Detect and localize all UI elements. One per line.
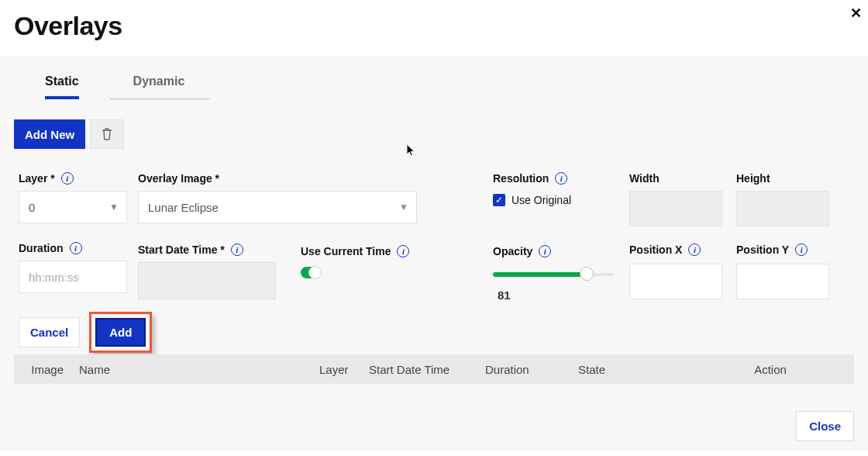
opacity-label: Opacity i	[493, 245, 625, 257]
th-image: Image	[14, 363, 71, 376]
start-date-time-input	[138, 262, 276, 299]
th-layer: Layer	[312, 363, 361, 376]
position-y-label: Position Y i	[736, 244, 829, 256]
use-current-time-toggle[interactable]	[301, 267, 321, 278]
field-width: Width	[629, 172, 722, 226]
position-x-label: Position X i	[629, 244, 722, 256]
info-icon[interactable]: i	[397, 245, 409, 257]
duration-label: Duration i	[19, 242, 127, 254]
add-new-button[interactable]: Add New	[14, 119, 85, 149]
height-label: Height	[736, 172, 829, 185]
checkbox-checked-icon: ✓	[493, 194, 505, 206]
info-icon[interactable]: i	[231, 244, 243, 256]
footer: Close	[796, 411, 854, 441]
th-start-date-time: Start Date Time	[361, 363, 477, 376]
th-name: Name	[71, 363, 312, 376]
th-action: Action	[687, 363, 854, 376]
height-input[interactable]	[736, 191, 829, 226]
tabs: Static Dynamic	[0, 57, 868, 99]
width-input[interactable]	[629, 191, 722, 226]
height-label-text: Height	[736, 172, 770, 185]
start-date-time-label-text: Start Date Time *	[138, 244, 225, 256]
page-title: Overlays	[14, 11, 854, 41]
page-header: Overlays	[0, 0, 868, 57]
layer-value: 0	[29, 201, 35, 214]
field-overlay-image: Overlay Image * Lunar Eclipse ▼	[138, 172, 417, 223]
field-height: Height	[736, 172, 829, 226]
overlay-image-label: Overlay Image *	[138, 172, 417, 185]
info-icon[interactable]: i	[539, 245, 551, 257]
field-opacity: Opacity i 81	[493, 245, 625, 302]
duration-input[interactable]	[19, 261, 127, 293]
info-icon[interactable]: i	[688, 244, 701, 256]
use-original-label: Use Original	[512, 194, 571, 206]
use-current-time-label: Use Current Time i	[301, 245, 440, 257]
close-icon[interactable]: ✕	[850, 5, 862, 22]
form-actions: Cancel Add	[19, 312, 152, 353]
resolution-label-text: Resolution	[493, 172, 549, 185]
use-current-time-label-text: Use Current Time	[301, 245, 391, 257]
resolution-label: Resolution i	[493, 172, 617, 185]
overlay-image-value: Lunar Eclipse	[148, 201, 219, 214]
width-label: Width	[629, 172, 722, 185]
tab-static[interactable]: Static	[45, 74, 79, 99]
start-date-time-label: Start Date Time * i	[138, 244, 276, 256]
duration-label-text: Duration	[19, 242, 64, 254]
tab-dynamic[interactable]: Dynamic	[133, 74, 185, 99]
field-start-date-time: Start Date Time * i	[138, 244, 276, 299]
slider-handle[interactable]	[580, 267, 594, 281]
opacity-slider[interactable]	[493, 268, 614, 281]
close-button[interactable]: Close	[796, 411, 854, 441]
info-icon[interactable]: i	[61, 172, 74, 185]
position-x-input[interactable]	[629, 264, 722, 299]
field-resolution: Resolution i ✓ Use Original	[493, 172, 617, 206]
delete-button[interactable]	[90, 119, 124, 149]
opacity-label-text: Opacity	[493, 245, 532, 257]
position-y-label-text: Position Y	[736, 244, 789, 256]
cancel-button[interactable]: Cancel	[19, 317, 80, 347]
overlay-image-select[interactable]: Lunar Eclipse ▼	[138, 191, 417, 223]
slider-fill	[493, 272, 586, 277]
th-duration: Duration	[477, 363, 570, 376]
use-original-checkbox-row[interactable]: ✓ Use Original	[493, 194, 617, 206]
body: Static Dynamic Add New Layer * i 0 ▼	[0, 57, 868, 451]
overlays-table-header: Image Name Layer Start Date Time Duratio…	[14, 354, 854, 384]
add-button-highlight: Add	[89, 312, 152, 353]
chevron-down-icon: ▼	[109, 202, 119, 212]
field-layer: Layer * i 0 ▼	[19, 172, 127, 223]
chevron-down-icon: ▼	[399, 202, 408, 212]
toolbar: Add New	[0, 99, 868, 149]
field-duration: Duration i	[19, 242, 127, 293]
layer-label-text: Layer *	[19, 172, 55, 185]
th-state: State	[570, 363, 687, 376]
position-y-input[interactable]	[736, 264, 829, 299]
field-position-x: Position X i	[629, 244, 722, 299]
field-use-current-time: Use Current Time i	[301, 245, 440, 278]
layer-label: Layer * i	[19, 172, 127, 185]
position-x-label-text: Position X	[629, 244, 682, 256]
toggle-knob	[308, 266, 322, 279]
width-label-text: Width	[629, 172, 660, 185]
info-icon[interactable]: i	[555, 172, 567, 185]
info-icon[interactable]: i	[70, 242, 82, 254]
add-button[interactable]: Add	[95, 318, 146, 347]
opacity-value: 81	[498, 288, 625, 302]
overlay-image-label-text: Overlay Image *	[138, 172, 219, 185]
field-position-y: Position Y i	[736, 244, 829, 299]
trash-icon	[101, 127, 113, 141]
info-icon[interactable]: i	[795, 244, 808, 256]
layer-select[interactable]: 0 ▼	[19, 191, 127, 223]
